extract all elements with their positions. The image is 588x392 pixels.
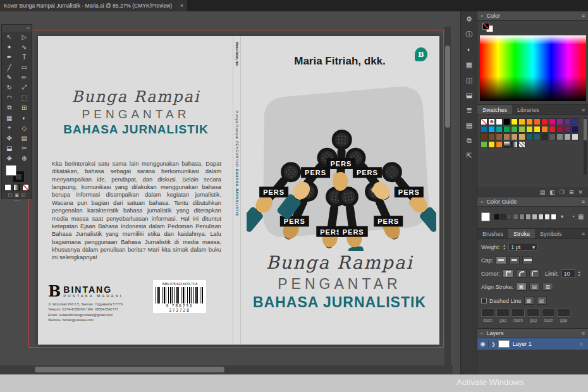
swatch-registration[interactable]: ⊕ [488, 118, 495, 125]
swatch-color[interactable] [488, 141, 495, 148]
edit-colors-icon[interactable]: ▦ [578, 213, 584, 220]
swatch-libraries-icon[interactable]: ▤ [540, 189, 546, 195]
color-guide-swatch[interactable] [500, 214, 506, 220]
perspective-grid-tool[interactable]: ⊞ [17, 102, 32, 113]
gradient-tool[interactable]: ◐ [17, 113, 32, 123]
swatch-color[interactable] [572, 126, 579, 133]
dash-gap-input[interactable] [557, 309, 570, 317]
swatch-color[interactable] [481, 133, 487, 140]
pen-tool[interactable]: ✒ [2, 52, 17, 62]
zoom-tool[interactable]: ⊕ [17, 153, 32, 163]
canvas-area[interactable]: Bunga Rampai PENGANTAR BAHASA JURNALISTI… [0, 11, 453, 374]
vertical-scrollbar-thumb[interactable] [445, 46, 450, 128]
swatch-gradient[interactable] [503, 141, 510, 148]
book-cover-spread[interactable]: Bunga Rampai PENGANTAR BAHASA JURNALISTI… [38, 36, 439, 345]
color-guide-swatch[interactable] [513, 214, 518, 220]
swatch-gradient[interactable] [511, 141, 518, 148]
limit-stepper[interactable]: ▲▼ [578, 271, 581, 277]
round-cap-button[interactable] [509, 256, 520, 264]
dash-gap-input[interactable] [496, 309, 510, 317]
swatch-color[interactable] [541, 118, 548, 125]
swatch-color[interactable] [481, 141, 487, 148]
tab-stroke[interactable]: Stroke [508, 229, 535, 238]
preserve-dashes-icon[interactable]: ▦ [524, 297, 534, 305]
layer-target-icon[interactable]: ○ [580, 341, 583, 347]
swatch-color[interactable] [541, 126, 548, 133]
swatches-scrollbar-thumb[interactable] [584, 119, 587, 140]
swatch-color[interactable] [511, 118, 518, 125]
color-guide-swatch[interactable] [532, 214, 537, 220]
color-guide-swatch[interactable] [519, 214, 525, 220]
swatch-color[interactable] [534, 118, 541, 125]
swatches-scrollbar[interactable] [584, 118, 587, 175]
color-guide-swatch[interactable] [538, 214, 544, 220]
pencil-tool[interactable]: ✏ [17, 72, 32, 82]
swatch-color[interactable] [496, 133, 503, 140]
visibility-eye-icon[interactable]: ◉ [477, 341, 489, 347]
collapse-panel-icon[interactable]: « [481, 199, 483, 205]
projecting-cap-button[interactable] [522, 256, 533, 264]
document-tab[interactable]: Kover Bunga Rampai Jurnalistik - Maria.a… [0, 0, 187, 11]
swatch-kinds-icon[interactable]: ◧ [549, 189, 555, 195]
dash-gap-input[interactable] [542, 309, 555, 317]
transform-icon[interactable]: ≣ [461, 102, 477, 118]
align-inside-button[interactable]: ▤ [529, 283, 540, 291]
swatch-color[interactable] [541, 133, 548, 140]
layer-name[interactable]: Layer 1 [513, 341, 532, 347]
expand-icon[interactable]: ⇱ [461, 148, 477, 163]
align-outside-button[interactable]: ▥ [542, 283, 553, 291]
fill-stroke-indicator[interactable] [2, 164, 32, 183]
swatch-color[interactable] [496, 118, 503, 125]
close-tab-icon[interactable]: × [180, 0, 183, 11]
color-mode-button[interactable] [4, 184, 11, 191]
swatch-color[interactable] [549, 118, 556, 125]
color-guide-dropdown-icon[interactable]: ▾ [561, 214, 563, 219]
swatch-color[interactable] [488, 126, 495, 133]
swatch-color[interactable] [556, 118, 563, 125]
magic-wand-tool[interactable]: ✦ [2, 42, 17, 52]
dash-gap-input[interactable] [481, 309, 494, 317]
column-graph-tool[interactable]: ▤ [17, 133, 32, 143]
swatch-color[interactable] [534, 126, 541, 133]
swatch-color[interactable] [481, 126, 487, 133]
properties-icon[interactable]: ⚙ [461, 11, 477, 27]
swatch-none[interactable] [481, 118, 487, 125]
horizontal-scrollbar-thumb[interactable] [35, 367, 224, 372]
mesh-tool[interactable]: ▦ [2, 113, 17, 123]
limit-colors-icon[interactable]: ◔ [571, 213, 575, 220]
bevel-join-button[interactable] [529, 269, 540, 278]
butt-cap-button[interactable] [496, 256, 506, 264]
fill-swatch[interactable] [6, 165, 16, 176]
swatch-color[interactable] [503, 118, 510, 125]
layers-panel-menu-icon[interactable]: ≡ [582, 330, 585, 336]
color-guide-swatch[interactable] [506, 214, 512, 220]
color-spectrum-picker[interactable] [480, 35, 586, 101]
layer-row-layer1[interactable]: ◉ ❯ Layer 1 ○ [477, 338, 588, 350]
info-icon[interactable]: ⓘ [461, 27, 477, 42]
swatch-color[interactable] [564, 118, 571, 125]
swatch-color[interactable] [518, 118, 525, 125]
swatch-color[interactable] [488, 133, 495, 140]
expand-layer-icon[interactable]: ❯ [489, 341, 498, 347]
none-mode-button[interactable] [22, 184, 29, 191]
swatch-color[interactable] [549, 126, 556, 133]
swatch-color[interactable] [526, 133, 533, 140]
scale-tool[interactable]: ⤢ [17, 82, 32, 92]
swatch-color[interactable] [496, 141, 503, 148]
tools-panel-collapse[interactable]: ‹‹ [2, 25, 32, 32]
limit-value-field[interactable]: 10 [561, 269, 575, 278]
type-tool[interactable]: T [17, 52, 32, 62]
color-stroke-none-swatch[interactable] [482, 23, 489, 30]
paintbrush-tool[interactable]: ✎ [2, 72, 17, 82]
align-icon[interactable]: ▤ [461, 118, 477, 133]
lasso-tool[interactable]: ∿ [17, 42, 32, 52]
color-guide-swatch[interactable] [544, 214, 550, 220]
shape-builder-tool[interactable]: ⧉ [2, 102, 17, 113]
blend-tool[interactable]: ◇ [17, 123, 32, 133]
swatch-color[interactable] [564, 126, 571, 133]
miter-join-button[interactable] [503, 269, 513, 278]
align-center-button[interactable]: ▣ [516, 283, 527, 291]
swatch-color[interactable] [572, 118, 579, 125]
swatch-color[interactable] [556, 126, 563, 133]
swatch-color[interactable] [503, 126, 510, 133]
